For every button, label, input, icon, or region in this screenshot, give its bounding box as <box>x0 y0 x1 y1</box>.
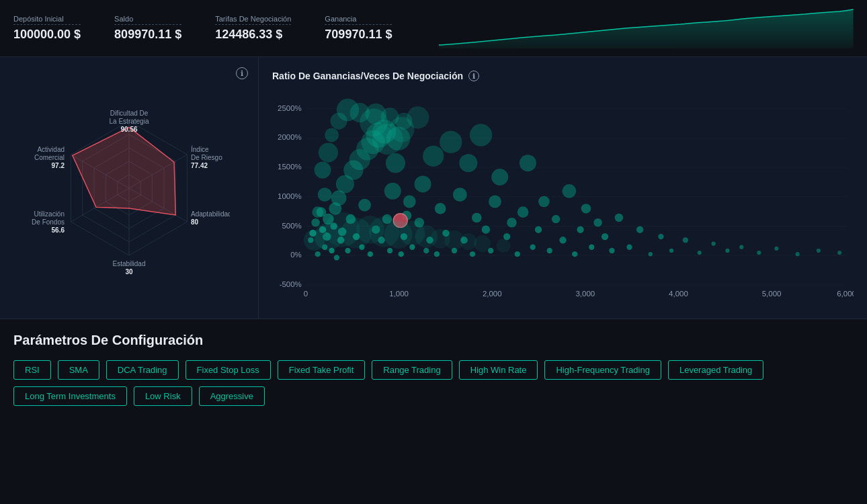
saldo-label: Saldo <box>114 15 181 25</box>
svg-point-148 <box>698 251 702 255</box>
svg-point-146 <box>669 249 673 253</box>
svg-text:500%: 500% <box>282 222 301 230</box>
svg-point-157 <box>318 187 332 202</box>
svg-point-85 <box>399 251 404 257</box>
config-tag[interactable]: Range Trading <box>372 360 452 380</box>
svg-point-154 <box>796 252 800 256</box>
svg-text:30: 30 <box>125 268 133 276</box>
tarifas-label: Tarifas De Negociación <box>215 15 291 25</box>
svg-point-132 <box>559 237 566 243</box>
config-tag[interactable]: Aggressive <box>199 386 265 406</box>
svg-text:2000%: 2000% <box>278 133 302 141</box>
svg-point-108 <box>489 196 501 208</box>
svg-text:Adaptabilidad: Adaptabilidad <box>191 210 230 218</box>
svg-point-151 <box>739 245 743 249</box>
svg-text:4,000: 4,000 <box>669 290 688 298</box>
svg-text:5,000: 5,000 <box>762 290 782 298</box>
tarifas-value: 124486.33 $ <box>215 28 291 42</box>
svg-marker-11 <box>73 127 175 215</box>
svg-point-104 <box>472 213 482 223</box>
svg-text:97.2: 97.2 <box>52 162 65 169</box>
tarifas-stat: Tarifas De Negociación 124486.33 $ <box>215 15 291 42</box>
svg-point-145 <box>658 234 663 239</box>
svg-text:La Estrategia: La Estrategia <box>110 118 149 125</box>
ganancia-value: 709970.11 $ <box>325 28 392 42</box>
svg-point-126 <box>520 155 536 171</box>
svg-text:Utilización: Utilización <box>34 210 65 218</box>
svg-point-72 <box>358 199 371 212</box>
svg-point-127 <box>530 245 536 250</box>
svg-point-130 <box>547 248 552 253</box>
svg-text:2,000: 2,000 <box>483 290 502 298</box>
svg-text:0%: 0% <box>290 251 302 259</box>
svg-point-66 <box>345 248 350 253</box>
svg-point-95 <box>434 251 440 257</box>
config-tag[interactable]: Low Risk <box>134 386 192 406</box>
svg-text:-500%: -500% <box>280 280 302 288</box>
config-tag[interactable]: DCA Trading <box>106 360 179 380</box>
svg-text:1,000: 1,000 <box>389 290 409 298</box>
radar-chart: Dificultad De La Estrategia 90.56 Índice… <box>28 87 230 289</box>
svg-point-147 <box>683 237 688 243</box>
radar-info-icon[interactable]: ℹ <box>236 67 248 79</box>
config-tag[interactable]: High-Frequency Trading <box>544 360 661 380</box>
svg-point-134 <box>572 251 577 257</box>
svg-text:Dificultad De: Dificultad De <box>110 110 149 117</box>
svg-text:De Riesgo: De Riesgo <box>191 154 222 161</box>
svg-text:6,000: 6,000 <box>837 290 854 298</box>
svg-point-102 <box>459 154 477 172</box>
svg-point-88 <box>403 196 416 208</box>
svg-point-120 <box>325 128 339 142</box>
config-tag[interactable]: SMA <box>58 360 99 380</box>
config-tag[interactable]: RSI <box>13 360 51 380</box>
config-tag[interactable]: Leveraged Trading <box>668 360 763 380</box>
svg-point-82 <box>384 183 401 200</box>
bottom-section: Parámetros De Configuración RSISMADCA Tr… <box>0 319 867 416</box>
svg-text:80: 80 <box>191 218 199 226</box>
svg-text:Estabilidad: Estabilidad <box>113 260 146 267</box>
ganancia-label: Ganancia <box>325 15 392 25</box>
svg-point-106 <box>482 225 491 234</box>
svg-point-136 <box>581 204 591 214</box>
svg-point-143 <box>636 226 643 233</box>
svg-point-139 <box>602 233 608 240</box>
header-stats-bar: Depósito Inicial 100000.00 $ Saldo 80997… <box>0 0 867 57</box>
svg-point-173 <box>474 235 491 252</box>
svg-point-51 <box>311 218 320 227</box>
config-tag[interactable]: Long Term Investments <box>13 386 127 406</box>
config-tag[interactable]: High Win Rate <box>459 360 538 380</box>
svg-point-61 <box>334 255 339 260</box>
svg-text:Índice: Índice <box>191 145 209 153</box>
svg-text:Comercial: Comercial <box>34 154 65 161</box>
svg-point-91 <box>415 175 431 192</box>
config-tag[interactable]: Fixed Take Profit <box>278 360 366 380</box>
svg-text:De Fondos: De Fondos <box>32 218 65 226</box>
radar-panel: ℹ <box>0 57 259 319</box>
svg-point-83 <box>386 153 405 173</box>
svg-point-125 <box>518 206 529 218</box>
svg-point-123 <box>507 218 517 228</box>
svg-point-137 <box>589 245 594 250</box>
scatter-panel: Ratio De Ganancias/Veces De Negociación … <box>259 57 867 319</box>
main-content: ℹ <box>0 57 867 319</box>
svg-point-124 <box>515 251 520 257</box>
scatter-info-icon[interactable]: ℹ <box>468 71 479 81</box>
tags-container: RSISMADCA TradingFixed Stop LossFixed Ta… <box>13 360 854 406</box>
svg-text:1500%: 1500% <box>278 163 302 171</box>
svg-point-52 <box>315 251 321 257</box>
svg-point-131 <box>552 215 561 224</box>
svg-point-133 <box>562 184 576 198</box>
config-tag[interactable]: Fixed Stop Loss <box>185 360 271 380</box>
svg-point-158 <box>312 206 323 218</box>
header-sparkline <box>439 8 854 48</box>
svg-text:0: 0 <box>304 290 308 298</box>
svg-text:90.56: 90.56 <box>120 126 137 133</box>
saldo-stat: Saldo 809970.11 $ <box>114 15 181 42</box>
svg-point-105 <box>470 124 492 146</box>
deposito-value: 100000.00 $ <box>13 28 81 42</box>
svg-point-103 <box>470 251 475 257</box>
svg-point-100 <box>453 187 467 202</box>
svg-point-129 <box>538 196 550 208</box>
svg-point-152 <box>757 251 761 255</box>
svg-point-156 <box>837 251 841 255</box>
